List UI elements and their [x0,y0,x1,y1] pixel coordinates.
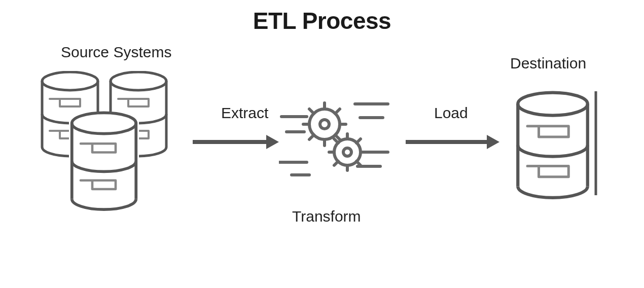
svg-line-29 [334,161,338,165]
svg-line-16 [335,109,340,114]
load-label: Load [434,104,468,122]
extract-label: Extract [221,104,268,122]
destination-database-icon [502,86,603,213]
source-systems-label: Source Systems [61,44,171,61]
diagram-canvas: ETL Process Source Systems Destination E… [0,0,644,288]
transform-gears-icon [279,96,390,183]
svg-line-27 [334,139,338,143]
svg-line-28 [356,161,361,165]
diagram-title: ETL Process [0,7,644,34]
svg-marker-33 [266,135,279,149]
load-arrow-icon [406,132,499,152]
svg-line-19 [309,135,314,139]
svg-marker-35 [487,135,499,149]
destination-label: Destination [510,55,586,72]
source-databases-icon [24,71,187,228]
extract-arrow-icon [193,132,279,152]
svg-line-17 [309,109,314,114]
svg-point-30 [518,93,588,116]
transform-label: Transform [292,208,361,225]
svg-line-26 [356,139,361,143]
